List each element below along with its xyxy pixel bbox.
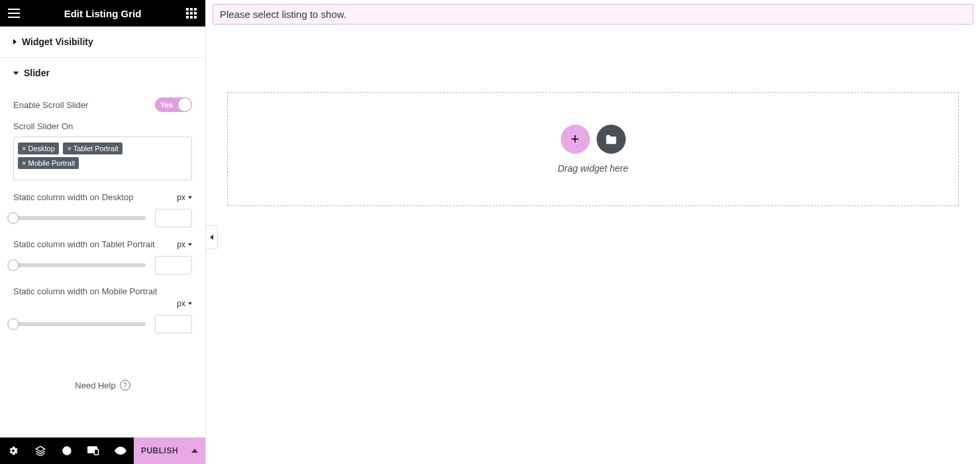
section-title: Widget Visibility [22, 36, 93, 47]
publish-button[interactable]: PUBLISH [134, 437, 205, 464]
width-desktop-slider[interactable] [13, 216, 146, 220]
field-enable-scroll-slider: Enable Scroll Slider Yes [13, 97, 192, 112]
add-template-button[interactable] [597, 125, 626, 154]
chevron-down-icon [188, 243, 192, 246]
caret-down-icon [13, 72, 19, 75]
need-help-link[interactable]: Need Help ? [13, 380, 192, 390]
settings-button[interactable] [4, 441, 23, 460]
help-icon: ? [120, 380, 130, 390]
unit-select[interactable]: px [177, 193, 192, 202]
field-static-width-mobile: Static column width on Mobile Portrait p… [13, 286, 192, 333]
tag-remove-icon: × [22, 159, 26, 167]
history-button[interactable] [58, 441, 76, 460]
width-mobile-slider[interactable] [13, 322, 146, 326]
svg-rect-5 [194, 12, 197, 15]
page-title: Edit Listing Grid [21, 8, 184, 19]
responsive-icon [87, 446, 99, 455]
widget-dropzone[interactable]: + Drag widget here [227, 92, 959, 206]
listing-selection-notice: Please select listing to show. [213, 4, 973, 25]
svg-rect-0 [186, 8, 189, 11]
section-header-widget-visibility[interactable]: Widget Visibility [0, 27, 205, 57]
folder-icon [605, 135, 617, 145]
layers-icon [35, 445, 46, 456]
caret-right-icon [13, 39, 17, 44]
field-label: Enable Scroll Slider [13, 100, 88, 110]
field-static-width-tablet: Static column width on Tablet Portrait p… [13, 239, 192, 274]
section-header-slider[interactable]: Slider [0, 58, 205, 88]
field-label: Static column width on Tablet Portrait [13, 239, 155, 249]
svg-rect-10 [95, 449, 99, 455]
toggle-knob [178, 98, 191, 111]
preview-button[interactable] [111, 441, 130, 460]
svg-rect-6 [186, 16, 189, 19]
width-tablet-slider[interactable] [13, 263, 146, 267]
svg-rect-1 [190, 8, 193, 11]
editor-canvas: Please select listing to show. + Drag wi… [206, 0, 980, 464]
svg-rect-2 [194, 8, 197, 11]
field-static-width-desktop: Static column width on Desktop px [13, 192, 192, 227]
svg-rect-4 [190, 12, 193, 15]
editor-sidebar: Edit Listing Grid Widget Visibility [0, 0, 206, 464]
gear-icon [8, 445, 19, 456]
footer-icon-bar [0, 437, 134, 464]
tag-remove-icon: × [22, 145, 26, 152]
tag-remove-icon: × [67, 145, 71, 152]
history-icon [62, 445, 72, 456]
field-label: Static column width on Desktop [13, 192, 133, 202]
menu-icon[interactable] [7, 6, 21, 21]
svg-point-11 [119, 449, 122, 453]
tag-tablet-portrait[interactable]: × Tablet Portrait [63, 143, 122, 154]
width-desktop-input[interactable] [155, 209, 192, 227]
section-widget-visibility: Widget Visibility [0, 27, 205, 58]
dropzone-buttons: + [561, 125, 626, 154]
chevron-down-icon [188, 302, 192, 305]
toggle-state-label: Yes [160, 101, 173, 109]
sidebar-header: Edit Listing Grid [0, 0, 205, 27]
field-label: Static column width on Mobile Portrait [13, 286, 157, 296]
width-tablet-input[interactable] [155, 256, 192, 274]
tag-mobile-portrait[interactable]: × Mobile Portrait [18, 157, 79, 169]
responsive-button[interactable] [84, 441, 103, 460]
apps-grid-icon[interactable] [184, 6, 199, 21]
enable-scroll-slider-toggle[interactable]: Yes [155, 97, 192, 112]
sidebar-footer: PUBLISH [0, 437, 205, 464]
add-widget-button[interactable]: + [561, 125, 590, 154]
dropzone-hint: Drag widget here [558, 163, 628, 174]
need-help-label: Need Help [75, 380, 115, 390]
slider-thumb[interactable] [8, 260, 19, 271]
section-slider: Slider Enable Scroll Slider Yes Scroll S… [0, 58, 205, 404]
plus-icon: + [571, 132, 579, 146]
publish-label: PUBLISH [141, 446, 178, 455]
section-title: Slider [24, 68, 50, 78]
eye-icon [115, 447, 126, 455]
navigator-button[interactable] [31, 441, 50, 460]
width-mobile-input[interactable] [155, 315, 192, 333]
chevron-up-icon [191, 449, 198, 453]
chevron-down-icon [188, 196, 192, 199]
tag-desktop[interactable]: × Desktop [18, 143, 59, 154]
field-label-scroll-slider-on: Scroll Slider On [13, 121, 192, 131]
slider-thumb[interactable] [8, 213, 19, 224]
scroll-slider-on-tags[interactable]: × Desktop × Tablet Portrait × Mobile Por… [13, 137, 192, 180]
slider-thumb[interactable] [8, 319, 19, 330]
svg-rect-8 [194, 16, 197, 19]
svg-rect-3 [186, 12, 189, 15]
unit-select[interactable]: px [177, 240, 192, 249]
unit-select[interactable]: px [177, 299, 192, 308]
svg-rect-7 [190, 16, 193, 19]
section-body-slider: Enable Scroll Slider Yes Scroll Slider O… [0, 97, 205, 404]
